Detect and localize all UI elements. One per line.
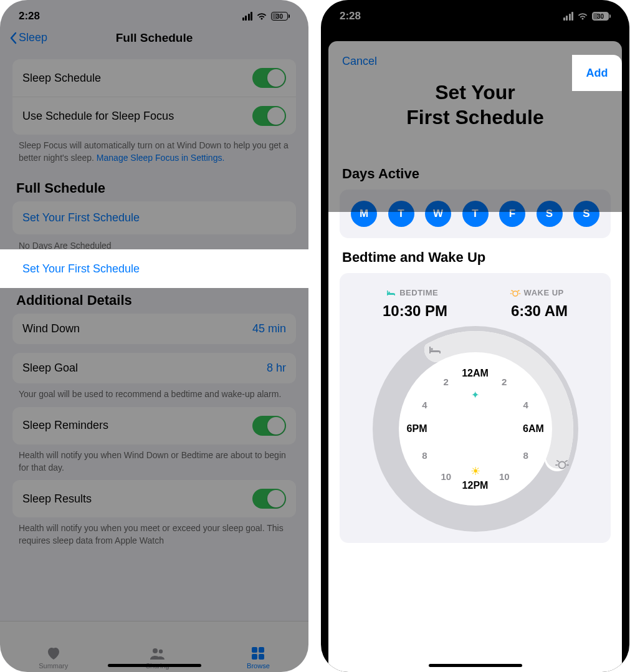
- set-first-highlight-label[interactable]: Set Your First Schedule: [22, 262, 140, 276]
- phone-right: 2:28 30 Cancel Add Set Your First Schedu…: [321, 0, 629, 672]
- status-bar: 2:28 30: [321, 0, 629, 27]
- home-indicator[interactable]: [429, 664, 522, 667]
- day-toggle-1[interactable]: T: [388, 201, 414, 227]
- results-label: Sleep Results: [22, 492, 92, 506]
- tab-summary[interactable]: Summary: [39, 646, 68, 670]
- wifi-icon: [256, 12, 267, 21]
- tab-summary-label: Summary: [39, 662, 68, 670]
- clock-2l: 2: [444, 376, 449, 386]
- clock-12pm: 12PM: [462, 480, 489, 491]
- day-toggle-2[interactable]: W: [425, 201, 451, 227]
- highlight-set-first: Set Your First Schedule: [0, 249, 308, 288]
- modal-body: Days Active MTWTFSS Bedtime and Wake Up …: [328, 155, 622, 672]
- wind-down-row[interactable]: Wind Down 45 min: [12, 314, 296, 344]
- battery-icon: 30: [592, 12, 611, 21]
- status-icons: 30: [563, 12, 611, 21]
- cancel-button[interactable]: Cancel: [342, 55, 377, 68]
- svg-point-6: [388, 291, 390, 293]
- bedtime-heading: Bedtime and Wake Up: [342, 249, 608, 266]
- sleep-goal-label: Sleep Goal: [22, 362, 78, 375]
- sleep-focus-toggle[interactable]: [252, 106, 286, 126]
- goal-caption: Your goal will be used to recommend a be…: [12, 383, 296, 401]
- modal-title: Set Your First Schedule: [342, 80, 608, 130]
- wifi-icon: [577, 12, 588, 21]
- cellular-icon: [242, 12, 253, 21]
- sleep-goal-value: 8 hr: [267, 362, 286, 375]
- clock-2: 2: [502, 376, 507, 386]
- sleep-schedule-row[interactable]: Sleep Schedule: [12, 59, 296, 97]
- tab-browse[interactable]: Browse: [247, 646, 270, 670]
- time-values: 10:30 PM 6:30 AM: [351, 302, 599, 320]
- phone-left: 2:28 30 Sleep Full Schedule Sleep Schedu…: [0, 0, 308, 672]
- clock-8l: 8: [422, 449, 427, 460]
- wind-down-card: Wind Down 45 min: [12, 314, 296, 344]
- wind-down-value: 45 min: [252, 322, 286, 335]
- schedule-toggle-card: Sleep Schedule Use Schedule for Sleep Fo…: [12, 59, 296, 135]
- days-row: MTWTFSS: [351, 201, 599, 227]
- status-time: 2:28: [340, 10, 361, 22]
- results-toggle[interactable]: [252, 489, 286, 509]
- nav-bar: Sleep Full Schedule: [0, 27, 308, 50]
- days-card: MTWTFSS: [340, 190, 611, 238]
- reminders-toggle[interactable]: [252, 416, 286, 436]
- sleep-focus-row[interactable]: Use Schedule for Sleep Focus: [12, 97, 296, 135]
- status-bar: 2:28 30: [0, 0, 308, 27]
- results-card: Sleep Results: [12, 480, 296, 517]
- svg-point-0: [153, 648, 158, 653]
- day-toggle-5[interactable]: S: [537, 201, 563, 227]
- set-first-schedule-button[interactable]: Set Your First Schedule: [12, 201, 296, 234]
- clock-12am: 12AM: [462, 368, 489, 379]
- clock-4: 4: [523, 399, 528, 410]
- manage-focus-link[interactable]: Manage Sleep Focus in Settings.: [97, 153, 224, 163]
- set-first-card: Set Your First Schedule: [12, 201, 296, 234]
- status-icons: 30: [242, 12, 290, 21]
- clock-10r: 10: [499, 471, 510, 482]
- tab-browse-label: Browse: [247, 662, 270, 670]
- sleep-schedule-label: Sleep Schedule: [22, 72, 101, 85]
- day-toggle-6[interactable]: S: [573, 201, 599, 227]
- svg-point-7: [513, 291, 518, 296]
- days-active-heading: Days Active: [342, 166, 608, 182]
- wake-label: WAKE UP: [510, 288, 564, 297]
- modal-sheet: Cancel Add Set Your First Schedule Days …: [328, 41, 622, 672]
- sun-icon: ☀: [470, 464, 480, 478]
- back-button[interactable]: Sleep: [10, 31, 47, 44]
- additional-details-heading: Additional Details: [16, 292, 296, 309]
- focus-caption: Sleep Focus will automatically turn on a…: [12, 135, 296, 164]
- clock-6am: 6AM: [523, 423, 544, 434]
- reminders-caption: Health will notify you when Wind Down or…: [12, 444, 296, 474]
- sleep-goal-row[interactable]: Sleep Goal 8 hr: [12, 353, 296, 383]
- time-labels: BEDTIME WAKE UP: [351, 288, 599, 297]
- sleep-focus-label: Use Schedule for Sleep Focus: [22, 110, 174, 123]
- sleep-schedule-toggle[interactable]: [252, 68, 286, 88]
- reminders-card: Sleep Reminders: [12, 407, 296, 444]
- home-indicator[interactable]: [108, 664, 201, 667]
- day-toggle-0[interactable]: M: [351, 201, 377, 227]
- results-row[interactable]: Sleep Results: [12, 480, 296, 517]
- sleep-dial[interactable]: 12AM 2 4 6AM 8 10 12PM 10 8 6PM 4 2 ✦: [373, 326, 578, 532]
- day-toggle-3[interactable]: T: [462, 201, 489, 227]
- clock-6pm: 6PM: [407, 423, 427, 434]
- reminders-label: Sleep Reminders: [22, 419, 108, 432]
- bedtime-label: BEDTIME: [386, 288, 438, 297]
- wake-value: 6:30 AM: [511, 302, 568, 320]
- people-icon: [148, 646, 167, 661]
- svg-rect-4: [252, 654, 257, 660]
- day-toggle-4[interactable]: F: [499, 201, 525, 227]
- wake-handle[interactable]: [550, 452, 575, 477]
- full-schedule-heading: Full Schedule: [16, 180, 296, 196]
- add-highlight-label[interactable]: Add: [586, 67, 608, 80]
- time-card: BEDTIME WAKE UP 10:30 PM 6:30 AM: [340, 273, 611, 543]
- svg-point-8: [431, 348, 433, 350]
- content: Sleep Schedule Use Schedule for Sleep Fo…: [0, 50, 308, 672]
- stars-icon: ✦: [471, 389, 479, 401]
- highlight-add: Add: [572, 55, 622, 91]
- wind-down-label: Wind Down: [22, 322, 80, 335]
- reminders-row[interactable]: Sleep Reminders: [12, 407, 296, 444]
- results-caption: Health will notify you when you meet or …: [12, 517, 296, 547]
- svg-rect-2: [252, 647, 257, 653]
- svg-point-9: [558, 462, 565, 469]
- bedtime-value: 10:30 PM: [383, 302, 447, 320]
- modal-title-line1: Set Your: [435, 81, 515, 103]
- back-label: Sleep: [19, 31, 47, 44]
